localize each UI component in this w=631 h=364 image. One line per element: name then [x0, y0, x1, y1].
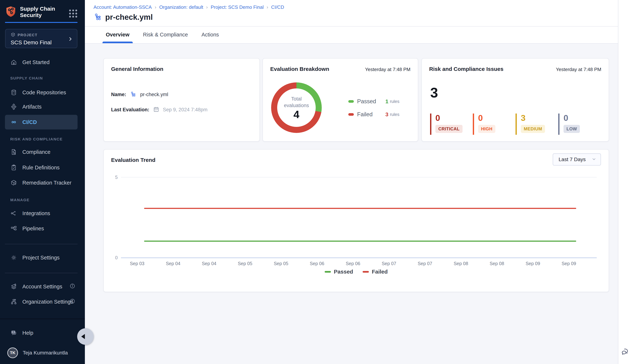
- sidebar-item-compliance[interactable]: Compliance: [5, 145, 78, 159]
- info-icon[interactable]: [70, 298, 75, 306]
- sidebar-item-rule-definitions[interactable]: Rule Definitions: [5, 160, 78, 175]
- failed-label: Failed: [357, 111, 382, 118]
- medium-count: 3: [521, 114, 545, 122]
- breadcrumb-account[interactable]: Account: Automation-SSCA: [94, 4, 152, 10]
- sidebar-item-artifacts[interactable]: Artifacts: [5, 100, 78, 114]
- app-title: Supply Chain Security: [20, 6, 55, 18]
- sidebar-item-pipelines[interactable]: Pipelines: [5, 221, 78, 236]
- sidebar-item-project-settings[interactable]: Project Settings: [5, 250, 78, 265]
- cube-icon: [11, 32, 16, 38]
- legend-failed[interactable]: Failed: [363, 268, 388, 275]
- tab-actions[interactable]: Actions: [201, 26, 219, 43]
- app-logo: Supply Chain Security: [5, 6, 55, 18]
- sidebar: Supply Chain Security PROJECT SCS Demo F…: [0, 0, 85, 364]
- high-badge: HIGH: [478, 125, 495, 133]
- critical-count: 0: [436, 114, 463, 122]
- failed-series-line: [144, 208, 576, 209]
- sidebar-item-organization-settings[interactable]: Organization Settings: [5, 294, 78, 309]
- sidebar-collapse-button[interactable]: [77, 328, 94, 345]
- breadcrumb-cicd[interactable]: CI/CD: [271, 4, 284, 10]
- passed-series-line: [144, 240, 576, 242]
- section-manage: MANAGE: [10, 198, 30, 202]
- evaluation-breakdown-card: Evaluation Breakdown Yesterday at 7:48 P…: [263, 58, 418, 142]
- passed-dash-icon: [325, 271, 331, 273]
- y-axis-max-label: 5: [107, 175, 118, 180]
- name-row: Name: pr-check.yml: [111, 91, 168, 98]
- section-supply-chain: SUPPLY CHAIN: [10, 76, 43, 80]
- tab-overview[interactable]: Overview: [106, 26, 129, 43]
- pipeline-icon: [94, 12, 102, 22]
- severity-critical: 0 CRITICAL: [430, 114, 463, 135]
- failed-dot-icon: [348, 113, 354, 116]
- low-count: 0: [563, 114, 580, 122]
- sidebar-item-code-repositories[interactable]: Code Repositories: [5, 85, 78, 100]
- medium-badge: MEDIUM: [521, 125, 545, 133]
- project-name: SCS Demo Final: [11, 39, 73, 46]
- pipeline-icon: [130, 91, 137, 98]
- calendar-icon: [153, 106, 159, 113]
- app-screen: Supply Chain Security PROJECT SCS Demo F…: [0, 0, 631, 364]
- org-chart-icon: [10, 298, 17, 305]
- evaluation-trend-card: Evaluation Trend Last 7 Days 5 0 Sep 03S…: [103, 149, 609, 292]
- sidebar-footer-divider: [0, 318, 85, 319]
- sidebar-item-integrations[interactable]: Integrations: [5, 206, 78, 221]
- compliance-document-icon: [10, 148, 17, 156]
- y-axis-min-label: 0: [107, 255, 118, 260]
- sidebar-item-get-started[interactable]: Get Started: [5, 55, 78, 70]
- donut-total-value: 4: [294, 109, 299, 120]
- name-value: pr-check.yml: [140, 92, 168, 98]
- tab-risk-compliance[interactable]: Risk & Compliance: [143, 26, 188, 43]
- evaluations-donut-chart: Total evaluations 4: [271, 82, 322, 133]
- project-label: PROJECT: [18, 33, 37, 37]
- project-selector[interactable]: PROJECT SCS Demo Final: [5, 29, 77, 48]
- gear-icon: [10, 254, 17, 261]
- artifacts-icon: [10, 103, 17, 110]
- chevron-right-icon: ›: [206, 4, 208, 10]
- passed-count: 1: [385, 98, 388, 104]
- legend-passed[interactable]: Passed: [325, 268, 353, 275]
- card-timestamp: Yesterday at 7:48 PM: [365, 67, 410, 72]
- code-repository-icon: [10, 89, 17, 96]
- shield-logo-icon: [5, 6, 17, 18]
- sidebar-item-account-settings[interactable]: Account Settings: [5, 279, 78, 294]
- card-title: Evaluation Breakdown: [270, 66, 329, 72]
- main-area: Account: Automation-SSCA › Organization:…: [85, 0, 631, 364]
- risk-compliance-issues-card: Risk and Compliance Issues Yesterday at …: [422, 58, 609, 142]
- user-name: Teja Kummarikuntla: [23, 350, 68, 356]
- severity-low: 0 LOW: [558, 114, 580, 135]
- low-badge: LOW: [563, 125, 580, 133]
- severity-medium: 3 MEDIUM: [516, 114, 545, 135]
- passed-unit: rules: [390, 99, 399, 104]
- sidebar-item-remediation-tracker[interactable]: Remediation Tracker: [5, 176, 78, 190]
- remediation-box-icon: [10, 179, 17, 186]
- collapse-left-icon: [81, 334, 85, 339]
- svg-text:?: ?: [13, 331, 14, 334]
- failed-unit: rules: [390, 112, 399, 117]
- chevron-down-icon: [591, 156, 596, 162]
- breadcrumb-organization[interactable]: Organization: default: [159, 4, 203, 10]
- card-title: General Information: [111, 66, 163, 72]
- chat-support-icon[interactable]: [620, 348, 629, 357]
- x-axis-line: [121, 258, 597, 258]
- module-accent-bar: [5, 22, 78, 23]
- layers-icon: [10, 283, 17, 290]
- last-evaluation-label: Last Evaluation:: [111, 107, 149, 112]
- breadcrumb-project[interactable]: Project: SCS Demo Final: [211, 4, 264, 10]
- integrations-icon: [10, 210, 17, 217]
- app-switcher-icon[interactable]: [69, 10, 77, 18]
- sidebar-item-cicd[interactable]: CI/CD: [5, 115, 78, 130]
- breadcrumb: Account: Automation-SSCA › Organization:…: [94, 4, 284, 10]
- info-icon[interactable]: [70, 283, 75, 290]
- trend-legend: Passed Failed: [104, 268, 609, 275]
- severity-high: 0 HIGH: [473, 114, 495, 135]
- date-range-dropdown[interactable]: Last 7 Days: [553, 154, 601, 166]
- gridline-5: [121, 177, 597, 178]
- infinity-icon: [10, 119, 17, 126]
- card-title: Risk and Compliance Issues: [429, 66, 503, 72]
- card-timestamp: Yesterday at 7:48 PM: [556, 67, 601, 72]
- tab-bar: Overview Risk & Compliance Actions: [106, 26, 219, 43]
- user-profile[interactable]: TK Teja Kummarikuntla: [7, 348, 68, 358]
- sidebar-item-help[interactable]: ? Help: [5, 326, 78, 340]
- legend-failed-row: Failed 3 rules: [348, 111, 399, 118]
- date-range-value: Last 7 Days: [559, 156, 591, 162]
